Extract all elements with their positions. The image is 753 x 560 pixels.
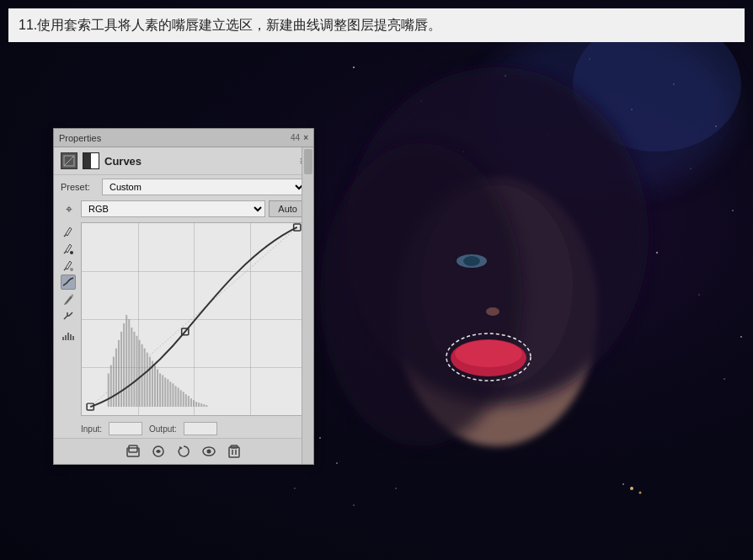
svg-line-42 <box>64 268 67 270</box>
output-label: Output: <box>149 424 177 434</box>
curve-draw-tool[interactable] <box>61 275 76 290</box>
delete-button[interactable] <box>225 442 243 461</box>
svg-point-12 <box>656 252 658 253</box>
toggle-visibility-button[interactable] <box>200 442 218 461</box>
mask-icon <box>83 152 99 169</box>
scrollbar-thumb[interactable] <box>304 149 312 174</box>
panel-title: Properties <box>59 133 101 143</box>
panel-titlebar: Properties 44 × <box>54 129 313 147</box>
svg-point-0 <box>353 67 355 68</box>
panel-controls: 44 × <box>291 133 308 142</box>
svg-rect-55 <box>123 323 125 407</box>
tools-sidebar <box>61 222 77 416</box>
preset-row: Preset: Custom <box>54 175 313 199</box>
midtone-eyedropper-tool[interactable] <box>61 258 76 273</box>
svg-rect-82 <box>193 400 195 407</box>
properties-panel: Properties 44 × Curves ≡ Preset: Custom … <box>53 128 314 465</box>
svg-rect-44 <box>62 337 64 340</box>
svg-point-34 <box>630 487 633 490</box>
svg-rect-75 <box>174 386 176 407</box>
shadow-eyedropper-tool[interactable] <box>61 241 76 256</box>
panel-toolbar <box>54 438 313 464</box>
svg-rect-71 <box>164 377 166 407</box>
panel-title-text: Properties <box>59 133 101 143</box>
svg-rect-57 <box>128 319 130 407</box>
svg-rect-72 <box>167 379 168 407</box>
instruction-text: 11.使用套索工具将人素的嘴唇建立选区，新建曲线调整图层提亮嘴唇。 <box>19 18 441 32</box>
reset-button[interactable] <box>174 442 193 461</box>
svg-point-35 <box>622 483 624 485</box>
svg-rect-76 <box>178 387 179 407</box>
curves-graph[interactable] <box>81 222 307 416</box>
svg-point-17 <box>336 462 338 464</box>
svg-rect-87 <box>206 405 207 407</box>
svg-rect-86 <box>203 404 205 407</box>
svg-rect-54 <box>120 332 122 407</box>
clip-to-layer-button[interactable] <box>124 442 142 461</box>
svg-rect-56 <box>125 315 127 407</box>
svg-point-15 <box>724 378 725 380</box>
svg-rect-70 <box>162 375 163 407</box>
svg-rect-50 <box>110 365 112 408</box>
svg-rect-64 <box>147 353 148 407</box>
instruction-header: 11.使用套索工具将人素的嘴唇建立选区，新建曲线调整图层提亮嘴唇。 <box>8 8 745 42</box>
svg-rect-73 <box>169 381 171 407</box>
svg-rect-80 <box>188 396 190 407</box>
panel-close-btn[interactable]: × <box>303 133 308 142</box>
svg-rect-77 <box>180 390 182 407</box>
svg-point-36 <box>639 492 642 494</box>
svg-line-39 <box>64 234 67 237</box>
panel-header-row: Curves ≡ <box>54 147 313 175</box>
svg-point-27 <box>320 143 522 446</box>
svg-rect-52 <box>115 349 117 407</box>
svg-point-32 <box>455 340 522 367</box>
svg-rect-60 <box>136 336 137 407</box>
output-value[interactable] <box>184 422 217 435</box>
curves-svg <box>82 223 306 415</box>
svg-rect-69 <box>159 373 161 407</box>
corner-point-tool[interactable] <box>61 308 76 323</box>
channel-select[interactable]: RGB <box>81 200 265 217</box>
svg-point-21 <box>294 488 296 489</box>
input-value[interactable] <box>109 422 142 435</box>
svg-point-43 <box>70 268 73 271</box>
panel-scrollbar[interactable] <box>302 147 313 464</box>
svg-rect-58 <box>131 328 132 407</box>
channel-icon: ⌖ <box>61 200 77 217</box>
svg-rect-93 <box>129 445 137 452</box>
svg-rect-78 <box>183 392 184 407</box>
channel-row: ⌖ RGB Auto <box>54 199 313 219</box>
curves-title: Curves <box>104 155 142 168</box>
point-eyedropper-tool[interactable] <box>61 224 76 239</box>
svg-rect-67 <box>154 365 156 408</box>
svg-rect-45 <box>65 335 67 340</box>
svg-point-18 <box>353 504 354 505</box>
svg-point-14 <box>740 336 742 338</box>
svg-rect-85 <box>200 403 202 407</box>
svg-point-20 <box>319 437 321 439</box>
svg-line-40 <box>64 251 67 253</box>
panel-collapse-btn[interactable]: 44 <box>291 133 300 142</box>
svg-rect-68 <box>157 369 158 407</box>
preset-select[interactable]: Custom <box>102 179 307 195</box>
svg-rect-81 <box>190 398 192 407</box>
histogram-view-tool[interactable] <box>61 328 76 344</box>
svg-rect-59 <box>133 332 135 407</box>
svg-point-8 <box>732 210 734 211</box>
svg-point-41 <box>70 251 73 254</box>
preset-label: Preset: <box>61 182 99 192</box>
adjustment-layer-icon <box>61 152 77 169</box>
svg-point-30 <box>486 307 499 316</box>
svg-rect-79 <box>185 394 187 407</box>
svg-rect-46 <box>67 333 69 340</box>
svg-rect-83 <box>195 402 197 407</box>
svg-point-97 <box>207 450 211 454</box>
input-label: Input: <box>81 424 102 434</box>
pencil-draw-tool[interactable] <box>61 291 76 307</box>
svg-rect-98 <box>229 447 239 457</box>
svg-point-19 <box>395 488 397 489</box>
svg-line-88 <box>90 227 297 407</box>
svg-line-38 <box>64 156 74 166</box>
svg-point-29 <box>463 256 480 266</box>
view-previous-button[interactable] <box>149 442 168 461</box>
